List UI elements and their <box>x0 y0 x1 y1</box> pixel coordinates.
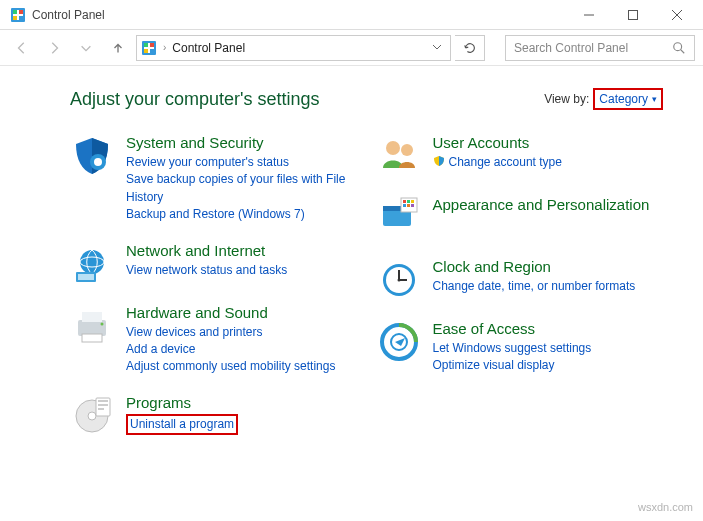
users-icon <box>377 134 421 178</box>
search-box[interactable] <box>505 35 695 61</box>
svg-point-33 <box>386 141 400 155</box>
minimize-button[interactable] <box>567 1 611 29</box>
control-panel-icon <box>141 40 157 56</box>
svg-rect-5 <box>19 16 23 20</box>
category-title[interactable]: Ease of Access <box>433 320 664 338</box>
refresh-button[interactable] <box>455 35 485 61</box>
svg-rect-31 <box>98 404 108 406</box>
svg-point-26 <box>101 322 104 325</box>
titlebar: Control Panel <box>0 0 703 30</box>
search-icon <box>672 41 686 55</box>
category-user-accounts: User Accounts Change account type <box>377 134 664 178</box>
back-button[interactable] <box>8 34 36 62</box>
category-clock-region: Clock and Region Change date, time, or n… <box>377 258 664 302</box>
svg-rect-4 <box>13 16 17 20</box>
category-link[interactable]: Let Windows suggest settings <box>433 340 664 357</box>
shield-icon <box>70 134 114 178</box>
svg-rect-42 <box>407 204 410 207</box>
category-appearance-personalization: Appearance and Personalization <box>377 196 664 240</box>
network-icon <box>70 242 114 286</box>
svg-rect-2 <box>13 10 17 14</box>
svg-rect-14 <box>144 49 148 53</box>
heading-row: Adjust your computer's settings View by:… <box>70 88 663 110</box>
svg-rect-30 <box>98 400 108 402</box>
category-link[interactable]: Add a device <box>126 341 357 358</box>
category-title[interactable]: System and Security <box>126 134 357 152</box>
category-system-security: System and Security Review your computer… <box>70 134 357 224</box>
address-dropdown-button[interactable] <box>428 41 446 55</box>
category-link[interactable]: Review your computer's status <box>126 154 357 171</box>
svg-rect-40 <box>411 200 414 203</box>
svg-point-28 <box>88 412 96 420</box>
svg-rect-25 <box>82 334 102 342</box>
category-link[interactable]: View network status and tasks <box>126 262 357 279</box>
viewby-label: View by: <box>544 92 589 106</box>
category-title[interactable]: Appearance and Personalization <box>433 196 664 214</box>
category-programs: Programs Uninstall a program <box>70 394 357 438</box>
svg-rect-3 <box>19 10 23 14</box>
categories-grid: System and Security Review your computer… <box>70 134 663 456</box>
up-button[interactable] <box>104 34 132 62</box>
svg-rect-7 <box>629 10 638 19</box>
uninstall-program-link[interactable]: Uninstall a program <box>126 414 238 435</box>
svg-rect-12 <box>144 43 148 47</box>
navbar: › Control Panel <box>0 30 703 66</box>
clock-icon <box>377 258 421 302</box>
svg-point-48 <box>397 279 400 282</box>
forward-button[interactable] <box>40 34 68 62</box>
breadcrumb-root[interactable]: Control Panel <box>172 41 245 55</box>
svg-rect-13 <box>150 43 154 47</box>
category-link[interactable]: View devices and printers <box>126 324 357 341</box>
category-link[interactable]: Backup and Restore (Windows 7) <box>126 206 357 223</box>
category-link[interactable]: Change date, time, or number formats <box>433 278 664 295</box>
control-panel-icon <box>10 7 26 23</box>
maximize-button[interactable] <box>611 1 655 29</box>
svg-point-19 <box>80 250 104 274</box>
printer-icon <box>70 304 114 348</box>
category-title[interactable]: Programs <box>126 394 357 412</box>
category-link[interactable]: Save backup copies of your files with Fi… <box>126 171 357 206</box>
window-controls <box>567 1 699 29</box>
page-heading: Adjust your computer's settings <box>70 89 544 110</box>
svg-point-34 <box>401 144 413 156</box>
recent-locations-button[interactable] <box>72 34 100 62</box>
svg-rect-32 <box>98 408 104 410</box>
svg-rect-43 <box>411 204 414 207</box>
chevron-right-icon[interactable]: › <box>163 42 166 53</box>
category-link[interactable]: Change account type <box>449 154 562 171</box>
appearance-icon <box>377 196 421 240</box>
ease-of-access-icon <box>377 320 421 364</box>
svg-rect-41 <box>403 204 406 207</box>
svg-rect-24 <box>82 312 102 322</box>
right-column: User Accounts Change account type Appear… <box>377 134 664 456</box>
search-input[interactable] <box>514 41 672 55</box>
address-bar[interactable]: › Control Panel <box>136 35 451 61</box>
viewby-dropdown[interactable]: Category <box>593 88 663 110</box>
svg-rect-39 <box>407 200 410 203</box>
category-ease-of-access: Ease of Access Let Windows suggest setti… <box>377 320 664 375</box>
watermark: wsxdn.com <box>638 501 693 513</box>
category-link[interactable]: Adjust commonly used mobility settings <box>126 358 357 375</box>
category-title[interactable]: Clock and Region <box>433 258 664 276</box>
content-area: Adjust your computer's settings View by:… <box>0 66 703 466</box>
programs-icon <box>70 394 114 438</box>
category-network-internet: Network and Internet View network status… <box>70 242 357 286</box>
category-title[interactable]: Hardware and Sound <box>126 304 357 322</box>
svg-line-17 <box>681 49 685 53</box>
svg-rect-15 <box>150 49 154 53</box>
shield-small-icon <box>433 155 445 170</box>
category-hardware-sound: Hardware and Sound View devices and prin… <box>70 304 357 376</box>
svg-point-16 <box>674 42 682 50</box>
category-title[interactable]: User Accounts <box>433 134 664 152</box>
left-column: System and Security Review your computer… <box>70 134 357 456</box>
window-title: Control Panel <box>32 8 105 22</box>
category-link[interactable]: Optimize visual display <box>433 357 664 374</box>
svg-rect-38 <box>403 200 406 203</box>
svg-rect-22 <box>78 274 94 280</box>
category-title[interactable]: Network and Internet <box>126 242 357 260</box>
close-button[interactable] <box>655 1 699 29</box>
